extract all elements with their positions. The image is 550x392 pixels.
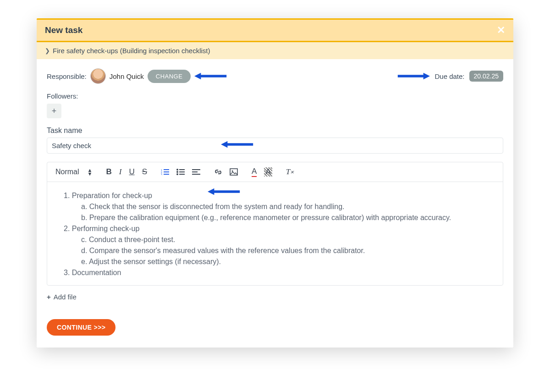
modal-header: New task ✕ (37, 18, 513, 42)
annotation-arrow-left (194, 72, 227, 80)
change-button[interactable]: CHANGE (148, 70, 191, 83)
svg-text:3: 3 (161, 173, 162, 175)
breadcrumb-text: Fire safety check-ups (Building inspecti… (53, 47, 210, 55)
format-select[interactable]: Normal ▲▼ (55, 168, 92, 176)
plus-icon: + (47, 293, 51, 301)
svg-rect-7 (164, 169, 169, 170)
list-item: e. Adjust the sensor settings (if necess… (64, 256, 492, 267)
responsible-label: Responsible: (47, 72, 87, 80)
list-item: d. Compare the sensor's measured values … (64, 245, 492, 256)
add-follower-button[interactable]: + (47, 104, 61, 118)
svg-marker-3 (424, 73, 430, 79)
ordered-list-button[interactable]: 123 (161, 169, 169, 175)
annotation-arrow-left (221, 140, 254, 149)
bullet-list-button[interactable] (176, 169, 185, 175)
avatar[interactable] (90, 68, 106, 84)
responsible-row: Responsible: John Quick CHANGE Due date:… (47, 68, 503, 84)
svg-rect-20 (192, 174, 200, 175)
list-item: c. Conduct a three-point test. (64, 234, 492, 245)
format-select-value: Normal (55, 168, 79, 176)
svg-rect-19 (192, 171, 198, 172)
svg-rect-11 (164, 174, 169, 175)
add-file-label: Add file (54, 293, 77, 301)
italic-button[interactable]: I (119, 167, 122, 177)
list-item: a. Check that the sensor is disconnected… (64, 201, 492, 212)
task-name-input[interactable] (47, 138, 503, 154)
editor-content[interactable]: 1. Preparation for check-up a. Check tha… (47, 182, 503, 285)
breadcrumb[interactable]: ❯ Fire safety check-ups (Building inspec… (37, 42, 513, 59)
svg-marker-5 (221, 141, 227, 148)
followers-label: Followers: (47, 92, 503, 100)
modal-title: New task (45, 25, 82, 35)
list-item: 3. Documentation (64, 267, 492, 278)
add-file-button[interactable]: + Add file (47, 293, 503, 301)
chevron-right-icon: ❯ (45, 47, 50, 54)
underline-button[interactable]: U (129, 167, 134, 177)
svg-rect-9 (164, 171, 169, 172)
svg-marker-24 (208, 188, 214, 195)
rich-text-editor: Normal ▲▼ B I U S 123 (47, 162, 503, 286)
svg-point-12 (176, 169, 178, 171)
svg-rect-18 (192, 169, 200, 170)
clear-format-button[interactable]: T✕ (286, 167, 294, 177)
bold-button[interactable]: B (106, 167, 111, 177)
annotation-arrow-left (208, 188, 241, 196)
link-button[interactable] (214, 168, 222, 176)
close-icon[interactable]: ✕ (497, 24, 505, 36)
modal-body: Responsible: John Quick CHANGE Due date:… (37, 59, 513, 348)
svg-point-14 (176, 171, 178, 173)
due-date-label: Due date: (434, 72, 464, 80)
list-item: b. Prepare the calibration equipment (e.… (64, 212, 492, 223)
svg-point-22 (232, 171, 233, 172)
svg-point-16 (176, 173, 178, 175)
responsible-name: John Quick (110, 72, 144, 80)
task-name-label: Task name (47, 127, 503, 135)
svg-marker-1 (194, 73, 201, 79)
editor-toolbar: Normal ▲▼ B I U S 123 (47, 162, 503, 182)
annotation-arrow-right (397, 72, 430, 80)
strikethrough-button[interactable]: S (142, 167, 147, 177)
due-date-group: Due date: 20.02.25 (397, 71, 503, 82)
svg-rect-21 (230, 169, 237, 175)
text-color-button[interactable]: A (252, 167, 257, 177)
align-button[interactable] (192, 169, 200, 175)
due-date-value[interactable]: 20.02.25 (469, 71, 504, 82)
svg-rect-13 (179, 169, 185, 170)
continue-button[interactable]: CONTINUE >>> (47, 319, 116, 336)
new-task-modal: New task ✕ ❯ Fire safety check-ups (Buil… (37, 18, 513, 348)
followers-row: Followers: + (47, 92, 503, 118)
sort-arrows-icon: ▲▼ (88, 168, 93, 176)
svg-rect-17 (179, 174, 185, 175)
svg-rect-15 (179, 171, 185, 172)
highlight-button[interactable]: A (264, 167, 272, 177)
image-button[interactable] (230, 168, 238, 176)
list-item: 2. Performing check-up (64, 223, 492, 234)
list-item: 1. Preparation for check-up (64, 190, 492, 201)
